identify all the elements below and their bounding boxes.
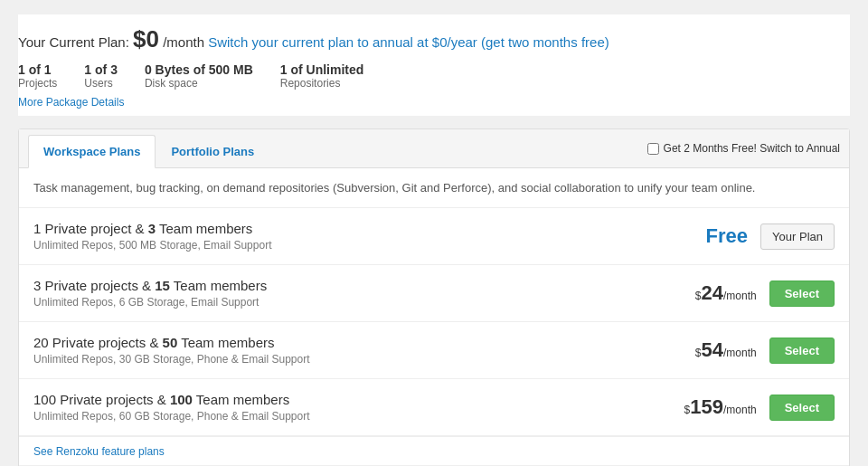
stat-disk-label: Disk space (145, 77, 253, 90)
switch-annual-link[interactable]: Switch your current plan to annual at $0… (208, 34, 609, 50)
plan-title-54: 20 Private projects & 50 Team members (33, 335, 654, 350)
plan-row-54: 20 Private projects & 50 Team members Un… (19, 322, 849, 379)
plan-subtitle-54: Unlimited Repos, 30 GB Storage, Phone & … (33, 353, 654, 366)
stat-projects-label: Projects (18, 77, 57, 90)
plan-title-prefix-24: 3 Private projects & (33, 278, 155, 293)
plan-title-24: 3 Private projects & 15 Team members (33, 278, 654, 293)
tab-portfolio-plans[interactable]: Portfolio Plans (156, 135, 269, 168)
plan-price-54: $54/month Select (654, 338, 835, 364)
price-period-159: /month (723, 404, 757, 416)
plan-info-159: 100 Private projects & 100 Team members … (33, 392, 654, 423)
plan-title-prefix-159: 100 Private projects & (33, 392, 170, 407)
current-plan-line: Your Current Plan: $0 /month Switch your… (18, 25, 850, 53)
stat-repos-value: 1 of Unlimited (280, 62, 364, 77)
price-period-54: /month (723, 347, 757, 359)
see-renzoku-section: See Renzoku feature plans (19, 436, 849, 465)
price-amount-54: $54/month (695, 338, 757, 362)
top-section: Your Current Plan: $0 /month Switch your… (18, 14, 850, 116)
annual-checkbox-label[interactable]: Get 2 Months Free! Switch to Annual (664, 142, 840, 155)
see-renzoku-link[interactable]: See Renzoku feature plans (33, 445, 165, 458)
tab-workspace-plans[interactable]: Workspace Plans (28, 135, 156, 168)
plan-description: Task management, bug tracking, on demand… (19, 168, 849, 208)
stat-repos-label: Repositories (280, 77, 364, 90)
more-package-details-link[interactable]: More Package Details (18, 96, 124, 109)
plan-price-free: Free Your Plan (654, 223, 835, 250)
plan-title-highlight-54: 50 (163, 335, 178, 350)
plan-title-prefix-54: 20 Private projects & (33, 335, 163, 350)
plan-subtitle-free: Unlimited Repos, 500 MB Storage, Email S… (33, 239, 654, 252)
stats-row: 1 of 1 Projects 1 of 3 Users 0 Bytes of … (18, 62, 850, 90)
stat-users: 1 of 3 Users (84, 62, 118, 90)
plan-free-label: Free (706, 224, 748, 248)
plans-container: Workspace Plans Portfolio Plans Get 2 Mo… (18, 128, 850, 466)
plan-subtitle-24: Unlimited Repos, 6 GB Storage, Email Sup… (33, 296, 654, 309)
current-plan-price: $0 (133, 25, 159, 52)
plan-title-prefix-free: 1 Private project & (33, 221, 148, 236)
plan-subtitle-159: Unlimited Repos, 60 GB Storage, Phone & … (33, 410, 654, 423)
price-dollar-54: $ (695, 347, 702, 359)
price-value-159: 159 (690, 395, 723, 418)
plan-price-24: $24/month Select (654, 281, 835, 307)
price-value-54: 54 (702, 338, 723, 361)
stat-disk: 0 Bytes of 500 MB Disk space (145, 62, 253, 90)
select-button-159[interactable]: Select (769, 395, 835, 421)
plan-title-free: 1 Private project & 3 Team members (33, 221, 654, 236)
plan-row-24: 3 Private projects & 15 Team members Unl… (19, 265, 849, 322)
plan-info-24: 3 Private projects & 15 Team members Unl… (33, 278, 654, 309)
annual-checkbox-input[interactable] (647, 143, 659, 155)
stat-disk-value: 0 Bytes of 500 MB (145, 62, 253, 77)
plan-title-suffix-54: Team members (177, 335, 274, 350)
current-plan-label: Your Current Plan: (18, 34, 129, 50)
price-value-24: 24 (702, 281, 723, 304)
plan-info-54: 20 Private projects & 50 Team members Un… (33, 335, 654, 366)
plan-title-highlight-24: 15 (155, 278, 170, 293)
stat-users-value: 1 of 3 (84, 62, 118, 77)
price-period-24: /month (723, 290, 757, 302)
plan-title-highlight-159: 100 (170, 392, 193, 407)
select-button-54[interactable]: Select (769, 338, 835, 364)
plan-title-suffix-159: Team members (193, 392, 289, 407)
tabs-header: Workspace Plans Portfolio Plans Get 2 Mo… (19, 129, 849, 168)
price-dollar-24: $ (695, 290, 702, 302)
plan-title-suffix-24: Team members (170, 278, 267, 293)
price-amount-24: $24/month (695, 281, 757, 305)
plan-row-159: 100 Private projects & 100 Team members … (19, 379, 849, 436)
your-plan-button[interactable]: Your Plan (760, 223, 835, 250)
select-button-24[interactable]: Select (769, 281, 835, 307)
plan-title-159: 100 Private projects & 100 Team members (33, 392, 654, 407)
stat-projects-value: 1 of 1 (18, 62, 57, 77)
plan-row-free: 1 Private project & 3 Team members Unlim… (19, 208, 849, 265)
stat-repos: 1 of Unlimited Repositories (280, 62, 364, 90)
plan-info-free: 1 Private project & 3 Team members Unlim… (33, 221, 654, 252)
stat-users-label: Users (84, 77, 118, 90)
plan-title-highlight-free: 3 (148, 221, 156, 236)
current-plan-period: /month (163, 34, 204, 50)
plan-title-suffix-free: Team members (156, 221, 252, 236)
annual-checkbox-section: Get 2 Months Free! Switch to Annual (647, 135, 840, 162)
plan-price-159: $159/month Select (654, 395, 835, 421)
stat-projects: 1 of 1 Projects (18, 62, 57, 90)
price-amount-159: $159/month (684, 395, 757, 419)
